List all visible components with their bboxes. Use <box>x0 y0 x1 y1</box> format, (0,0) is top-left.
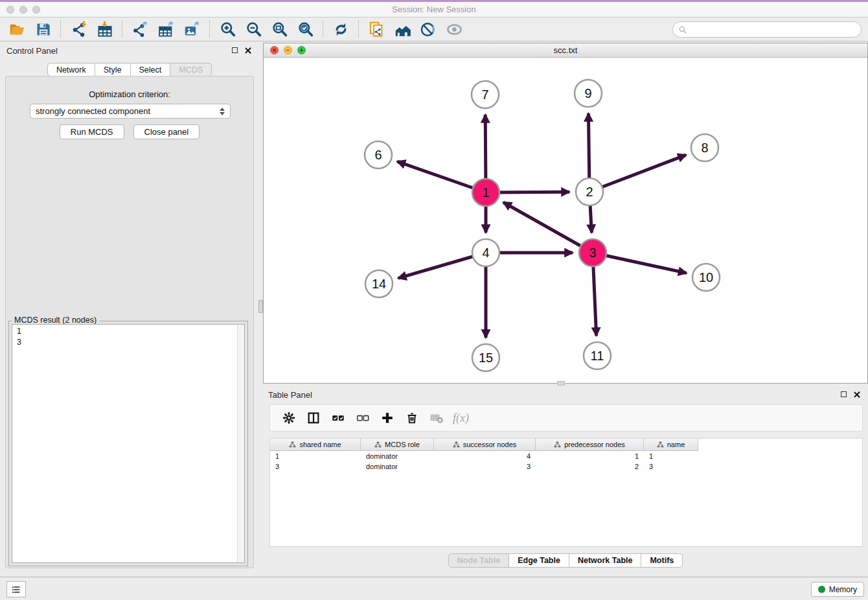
zoom-selected-icon <box>297 21 314 38</box>
tab-network-table[interactable]: Network Table <box>569 553 642 568</box>
table-settings-button[interactable] <box>277 408 301 428</box>
run-mcds-button[interactable]: Run MCDS <box>60 124 124 139</box>
deselect-all-rows-button[interactable] <box>350 408 375 428</box>
table-toolbar: f(x) <box>269 404 863 432</box>
table-row[interactable]: 1dominator411 <box>270 451 862 461</box>
column-label: predecessor nodes <box>564 441 625 448</box>
criterion-value: strongly connected component <box>36 106 150 116</box>
show-columns-icon <box>306 411 321 425</box>
svg-text:6: 6 <box>374 148 382 162</box>
show-columns-button[interactable] <box>301 408 326 428</box>
search-box[interactable] <box>672 21 862 38</box>
network-canvas[interactable]: 1234678910111415 <box>264 58 867 383</box>
cell-shared-name[interactable]: 3 <box>270 461 361 472</box>
tab-edge-table[interactable]: Edge Table <box>509 553 569 568</box>
network-window-titlebar: × − + scc.txt <box>264 43 867 58</box>
table-row[interactable]: 3dominator323 <box>270 461 862 472</box>
clone-network-icon <box>368 21 385 38</box>
edge-3-1[interactable] <box>503 202 593 253</box>
result-line: 1 <box>17 326 244 337</box>
column-header-predecessor-nodes[interactable]: predecessor nodes <box>536 439 644 451</box>
node-table: shared nameMCDS rolesuccessor nodesprede… <box>269 438 863 547</box>
close-table-panel-icon[interactable] <box>853 391 860 398</box>
hide-graphics-details-button[interactable] <box>415 19 441 40</box>
cell-MCDS-role[interactable]: dominator <box>361 461 434 472</box>
tab-motifs[interactable]: Motifs <box>641 553 683 568</box>
refresh-layout-button[interactable] <box>328 19 354 40</box>
column-header-successor-nodes[interactable]: successor nodes <box>434 439 536 451</box>
clone-network-button[interactable] <box>363 19 389 40</box>
zoom-out-button[interactable] <box>240 19 266 40</box>
svg-text:11: 11 <box>591 349 604 363</box>
tab-network[interactable]: Network <box>47 63 95 76</box>
delete-column-button[interactable] <box>400 408 424 428</box>
cell-predecessor-nodes[interactable]: 2 <box>536 461 644 472</box>
column-header-MCDS-role[interactable]: MCDS role <box>361 439 434 451</box>
search-input[interactable] <box>691 25 856 34</box>
criterion-dropdown[interactable]: strongly connected component <box>30 104 231 119</box>
save-session-icon <box>34 21 52 38</box>
graph-node-8[interactable]: 8 <box>691 134 718 161</box>
graph-node-14[interactable]: 14 <box>365 270 393 297</box>
export-network-button[interactable] <box>127 19 153 40</box>
zoom-fit-button[interactable] <box>266 19 292 40</box>
show-graphics-details-button[interactable] <box>441 19 467 40</box>
export-image-button[interactable] <box>179 19 205 40</box>
svg-text:9: 9 <box>584 86 591 100</box>
zoom-fit-icon <box>271 21 288 38</box>
import-network-icon <box>70 21 87 38</box>
function-builder-button[interactable]: f(x) <box>453 411 469 425</box>
graph-node-1[interactable]: 1 <box>472 179 499 206</box>
tab-select[interactable]: Select <box>131 63 171 76</box>
import-table-button[interactable] <box>91 19 117 40</box>
cell-MCDS-role[interactable]: dominator <box>361 451 434 461</box>
cell-name[interactable]: 3 <box>644 461 698 472</box>
close-panel-icon[interactable] <box>244 47 251 54</box>
cell-successor-nodes[interactable]: 3 <box>434 461 536 472</box>
home-view-button[interactable] <box>389 19 415 40</box>
task-history-button[interactable] <box>6 581 26 597</box>
select-all-rows-button[interactable] <box>326 408 350 428</box>
deselect-all-rows-icon <box>356 411 370 425</box>
save-session-button[interactable] <box>30 19 56 40</box>
graph-node-2[interactable]: 2 <box>576 178 603 205</box>
float-panel-icon[interactable] <box>232 47 238 53</box>
graph-node-4[interactable]: 4 <box>472 239 499 266</box>
graph-node-10[interactable]: 10 <box>692 264 720 291</box>
float-table-panel-icon[interactable] <box>841 391 847 397</box>
graph-node-3[interactable]: 3 <box>579 239 606 266</box>
table-panel-title: Table Panel <box>268 390 312 400</box>
cell-predecessor-nodes[interactable]: 1 <box>536 451 644 461</box>
splitter-handle[interactable] <box>258 300 263 313</box>
cell-shared-name[interactable]: 1 <box>270 451 361 461</box>
graph-node-15[interactable]: 15 <box>472 344 499 371</box>
column-header-name[interactable]: name <box>644 439 698 451</box>
zoom-in-button[interactable] <box>214 19 240 40</box>
result-scrollbar[interactable] <box>237 325 244 562</box>
column-header-shared-name[interactable]: shared name <box>270 439 361 451</box>
cell-name[interactable]: 1 <box>644 451 698 461</box>
zoom-selected-button[interactable] <box>292 19 318 40</box>
graph-node-9[interactable]: 9 <box>575 80 602 107</box>
add-column-button[interactable] <box>375 408 400 428</box>
graph-node-11[interactable]: 11 <box>584 342 611 369</box>
delete-table-button[interactable] <box>424 408 449 428</box>
tab-style[interactable]: Style <box>95 63 131 76</box>
edge-2-8[interactable] <box>589 155 686 192</box>
import-network-button[interactable] <box>65 19 91 40</box>
cell-successor-nodes[interactable]: 4 <box>434 451 536 461</box>
import-table-icon <box>96 21 113 38</box>
graph-node-7[interactable]: 7 <box>472 81 499 108</box>
export-table-button[interactable] <box>153 19 179 40</box>
open-file-button[interactable] <box>4 19 30 40</box>
memory-button[interactable]: Memory <box>811 582 864 597</box>
svg-text:2: 2 <box>586 185 593 199</box>
mcds-result-textarea[interactable]: 13 <box>12 324 245 563</box>
close-panel-button[interactable]: Close panel <box>133 124 200 139</box>
splitter-handle-horizontal[interactable] <box>557 381 565 386</box>
graph-node-6[interactable]: 6 <box>365 141 392 168</box>
tab-node-table[interactable]: Node Table <box>448 553 509 568</box>
result-line: 3 <box>17 337 244 348</box>
tree-header-icon <box>374 441 382 448</box>
tab-mcds[interactable]: MCDS <box>170 63 212 76</box>
